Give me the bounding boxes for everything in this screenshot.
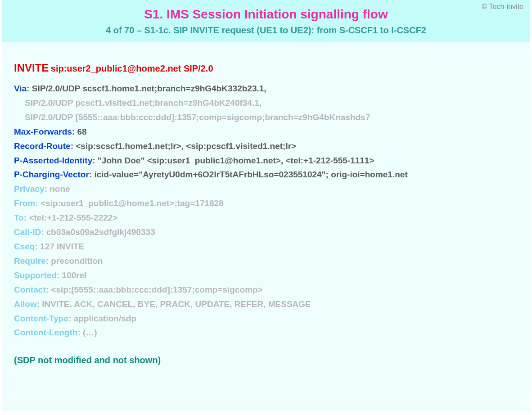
header-value: 68 [77,127,86,136]
header-via-continuation: SIP/2.0/UDP [5555::aaa:bbb:ccc:ddd]:1357… [14,110,516,125]
header-value: SIP/2.0/UDP scscf1.home1.net;branch=z9hG… [32,84,266,93]
header-value: precondition [51,256,103,266]
sip-header-row: Allow: INVITE, ACK, CANCEL, BYE, PRACK, … [14,297,516,311]
sip-header-row: Content-Type: application/sdp [14,311,516,326]
sip-header-row: Max-Forwards: 68 [14,125,516,139]
dim-headers-group: Privacy: noneFrom: <sip:user1_public1@ho… [14,182,516,340]
sip-header-row: Record-Route: <sip:scscf1.home1.net;lr>,… [14,139,516,153]
header-value: application/sdp [74,314,136,323]
header-via: Via: SIP/2.0/UDP scscf1.home1.net;branch… [14,81,516,96]
sip-request-line: INVITE sip:user2_public1@home2.net SIP/2… [14,62,516,74]
message-body: INVITE sip:user2_public1@home2.net SIP/2… [2,42,530,411]
header-value: <tel:+1-212-555-2222> [29,213,117,222]
document-header: © Tech-invite S1. IMS Session Initiation… [2,0,530,42]
sip-header-row: To: <tel:+1-212-555-2222> [14,211,516,225]
sip-header-row: P-Asserted-Identity: "John Doe" <sip:use… [14,153,516,168]
header-name: Content-Type [14,314,68,323]
sip-header-row: From: <sip:user1_public1@home1.net>;tag=… [14,196,516,211]
header-name: P-Charging-Vector [14,170,89,179]
header-name: Via [14,84,27,93]
header-name: Cseq [14,242,35,251]
header-name: Content-Length [14,328,77,337]
sip-request-uri: sip:user2_public1@home2.net SIP/2.0 [51,63,213,73]
sip-header-row: Privacy: none [14,182,516,196]
header-value: <sip:[5555::aaa:bbb:ccc:ddd]:1357;comp=s… [51,285,262,294]
header-name: Privacy [14,184,45,194]
sip-header-row: Call-ID: cb03a0s09a2sdfglkj490333 [14,225,516,239]
sip-header-row: Content-Length: (…) [14,325,516,340]
header-value: cb03a0s09a2sdfglkj490333 [46,227,155,237]
header-value: (…) [83,328,97,337]
page-title: S1. IMS Session Initiation signalling fl… [2,5,530,23]
header-name: Allow [14,299,37,309]
copyright-text: © Tech-invite [482,3,523,11]
page-subtitle: 4 of 70 – S1-1c. SIP INVITE request (UE1… [2,23,530,36]
document-page: © Tech-invite S1. IMS Session Initiation… [0,0,532,413]
sip-method: INVITE [14,62,49,74]
header-name: Record-Route [14,141,71,151]
sip-header-row: Cseq: 127 INVITE [14,239,516,254]
header-value: INVITE, ACK, CANCEL, BYE, PRACK, UPDATE,… [42,299,311,309]
header-value: "John Doe" <sip:user1_public1@home1.net>… [98,156,374,165]
strong-headers-group: Max-Forwards: 68Record-Route: <sip:scscf… [14,125,516,182]
header-name: From [14,198,36,208]
sdp-note: (SDP not modified and not shown) [14,355,516,365]
header-name: Require [14,256,46,266]
header-value: 100rel [62,271,87,280]
header-value: <sip:user1_public1@home1.net>;tag=171828 [41,198,224,208]
header-value: none [50,184,70,194]
header-name: Max-Forwards [14,127,72,136]
sip-header-row: Supported: 100rel [14,268,516,283]
sip-header-row: P-Charging-Vector: icid-value="AyretyU0d… [14,167,516,182]
header-name: Supported [14,271,57,280]
header-name: P-Asserted-Identity [14,156,92,165]
sip-header-row: Require: precondition [14,254,516,268]
header-value: <sip:scscf1.home1.net;lr>, <sip:pcscf1.v… [76,141,296,151]
header-name: Contact [14,285,46,294]
header-value: icid-value="AyretyU0dm+6O2IrT5tAFrbHLso=… [94,170,407,179]
header-name: To [14,213,24,222]
header-value: 127 INVITE [40,242,84,251]
header-name: Call-ID [14,227,41,237]
header-via-continuation: SIP/2.0/UDP pcscf1.visited1.net;branch=z… [14,96,516,110]
sip-header-row: Contact: <sip:[5555::aaa:bbb:ccc:ddd]:13… [14,283,516,297]
